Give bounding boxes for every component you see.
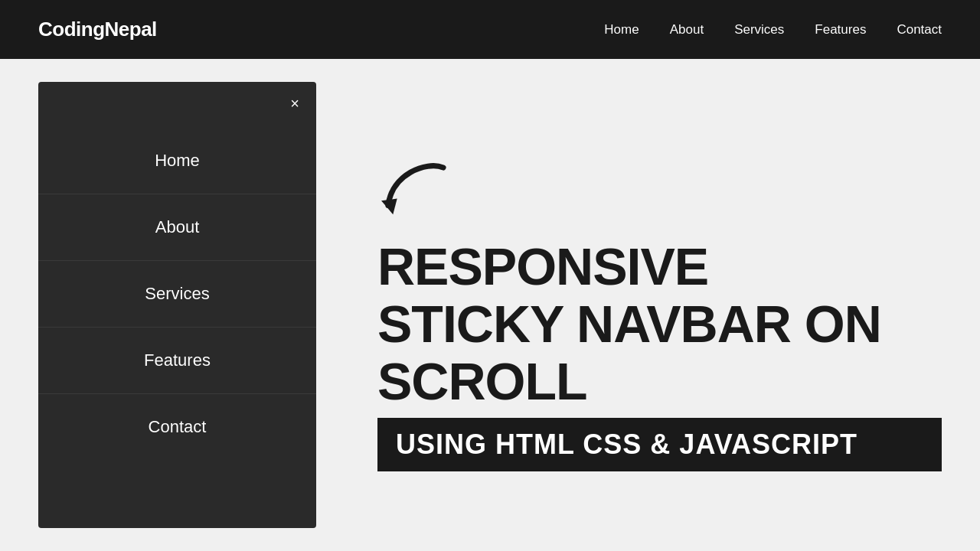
nav-link-about[interactable]: About (670, 22, 704, 37)
close-button[interactable]: × (290, 96, 299, 111)
main-content: × Home About Services Features Contact R… (0, 59, 980, 551)
mobile-link-services[interactable]: Services (145, 284, 209, 303)
mobile-link-contact[interactable]: Contact (149, 417, 207, 436)
arrow-icon (377, 154, 454, 223)
hero-title: RESPONSIVE STICKY NAVBAR ON SCROLL (377, 238, 942, 409)
nav-link-services[interactable]: Services (734, 22, 784, 37)
nav-link-features[interactable]: Features (815, 22, 866, 37)
nav-link-home[interactable]: Home (604, 22, 639, 37)
navbar-logo: CodingNepal (38, 18, 157, 41)
nav-link-contact[interactable]: Contact (897, 22, 942, 37)
hero-line2: STICKY NAVBAR ON SCROLL (377, 295, 942, 410)
navbar: CodingNepal Home About Services Features… (0, 0, 980, 59)
navbar-links: Home About Services Features Contact (604, 22, 942, 37)
mobile-link-features[interactable]: Features (144, 350, 211, 370)
mobile-link-home[interactable]: Home (155, 151, 200, 170)
mobile-link-about[interactable]: About (155, 217, 200, 236)
hero-subtitle: USING HTML CSS & JAVASCRIPT (377, 418, 942, 471)
mobile-menu: × Home About Services Features Contact (38, 82, 316, 528)
hero-line1: RESPONSIVE (377, 238, 942, 295)
svg-marker-0 (381, 199, 397, 215)
hero-content: RESPONSIVE STICKY NAVBAR ON SCROLL USING… (316, 82, 942, 528)
mobile-menu-links: Home About Services Features Contact (38, 128, 316, 460)
